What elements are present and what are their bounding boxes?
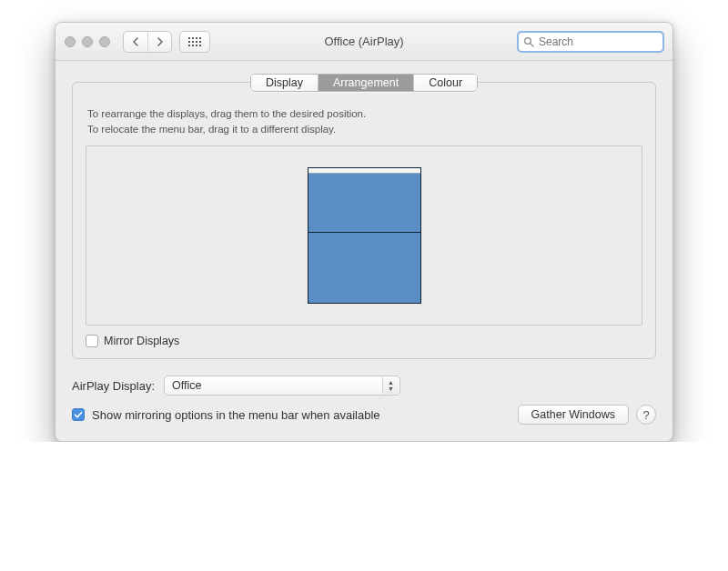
lower-controls: AirPlay Display: Office ▲▼ Show mirrorin… [72, 376, 656, 425]
show-mirroring-checkbox[interactable] [72, 408, 85, 421]
check-icon [74, 410, 83, 419]
display-primary[interactable] [308, 167, 421, 233]
search-input[interactable] [518, 32, 663, 52]
preferences-window: Office (AirPlay) Display Arrangement Col… [55, 22, 673, 442]
chevron-left-icon [132, 37, 139, 46]
arrangement-panel: To rearrange the displays, drag them to … [72, 82, 656, 359]
mirror-checkbox[interactable] [86, 335, 98, 347]
minimize-dot[interactable] [82, 36, 93, 47]
back-button[interactable] [124, 32, 147, 52]
airplay-row: AirPlay Display: Office ▲▼ [72, 376, 656, 396]
tab-colour[interactable]: Colour [414, 75, 477, 91]
forward-button[interactable] [147, 32, 171, 52]
help-button[interactable]: ? [636, 405, 656, 425]
search-icon [523, 36, 534, 47]
tab-bar: Display Arrangement Colour [72, 74, 656, 92]
mirror-label: Mirror Displays [104, 335, 179, 347]
svg-line-1 [531, 43, 533, 45]
airplay-label: AirPlay Display: [72, 379, 155, 393]
nav-back-forward [123, 31, 172, 53]
tab-arrangement[interactable]: Arrangement [318, 75, 414, 91]
show-all-button[interactable] [179, 31, 210, 53]
instruction-line-1: To rearrange the displays, drag them to … [87, 106, 641, 122]
search-wrap [518, 32, 663, 52]
chevron-right-icon [157, 37, 164, 46]
show-mirroring-label: Show mirroring options in the menu bar w… [92, 408, 380, 422]
content: Display Arrangement Colour To rearrange … [56, 61, 672, 441]
display-secondary[interactable] [308, 233, 421, 304]
bottom-row: Show mirroring options in the menu bar w… [72, 405, 656, 425]
instructions: To rearrange the displays, drag them to … [87, 106, 641, 136]
displays-group [308, 167, 421, 304]
airplay-select[interactable]: Office ▲▼ [164, 376, 400, 396]
traffic-lights [65, 36, 110, 47]
stepper-arrows-icon: ▲▼ [382, 377, 399, 394]
gather-windows-button[interactable]: Gather Windows [518, 405, 629, 425]
instruction-line-2: To relocate the menu bar, drag it to a d… [87, 122, 641, 137]
titlebar: Office (AirPlay) [56, 23, 672, 61]
menu-bar-handle[interactable] [308, 168, 420, 174]
zoom-dot[interactable] [99, 36, 110, 47]
airplay-value: Office [172, 379, 201, 392]
tab-display[interactable]: Display [251, 75, 318, 91]
mirror-row: Mirror Displays [86, 335, 642, 347]
grid-icon [188, 37, 201, 46]
close-dot[interactable] [65, 36, 76, 47]
arrangement-arena[interactable] [86, 145, 642, 326]
